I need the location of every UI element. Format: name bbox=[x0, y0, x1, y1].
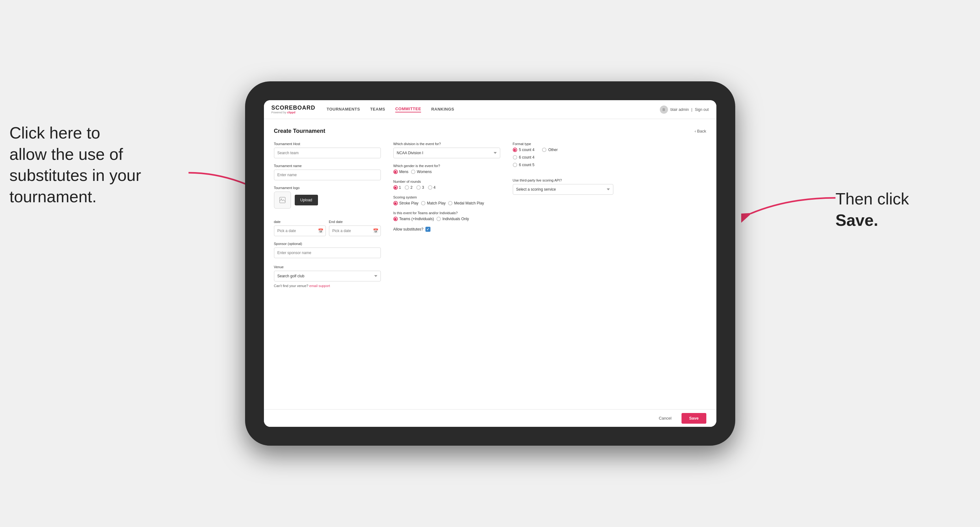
format-6count4-radio[interactable] bbox=[513, 155, 517, 160]
venue-select[interactable]: Search golf club bbox=[274, 271, 381, 281]
rounds-4-label: 4 bbox=[434, 185, 436, 190]
upload-button[interactable]: Upload bbox=[295, 195, 318, 205]
gender-womens-label: Womens bbox=[417, 170, 432, 174]
start-date-wrapper: 📅 bbox=[274, 225, 326, 236]
end-date-group: End date 📅 bbox=[329, 220, 381, 236]
format-other-radio[interactable] bbox=[542, 148, 546, 152]
sponsor-group: Sponsor (optional) bbox=[274, 242, 381, 258]
nav-committee[interactable]: COMMITTEE bbox=[395, 106, 422, 113]
nav-rankings[interactable]: RANKINGS bbox=[431, 107, 454, 112]
rounds-4-radio[interactable] bbox=[428, 185, 432, 190]
gender-womens-option[interactable]: Womens bbox=[411, 170, 432, 174]
tournament-host-input[interactable] bbox=[274, 148, 381, 158]
format-6count5-option[interactable]: 6 count 5 bbox=[513, 163, 535, 167]
tournament-logo-label: Tournament logo bbox=[274, 186, 381, 190]
annotation-left-line2: allow the use of bbox=[10, 145, 123, 163]
rounds-4-option[interactable]: 4 bbox=[428, 185, 436, 190]
scoreboard-text: SCOREBOARD bbox=[272, 105, 315, 111]
nav-teams[interactable]: TEAMS bbox=[370, 107, 385, 112]
nav-right: B blair admin | Sign out bbox=[660, 106, 709, 114]
event-type-group: Is this event for Teams and/or Individua… bbox=[393, 211, 500, 221]
save-button[interactable]: Save bbox=[681, 413, 706, 424]
tournament-name-input[interactable] bbox=[274, 170, 381, 180]
rounds-1-option[interactable]: 1 bbox=[393, 185, 401, 190]
substitutes-group: Allow substitutes? bbox=[393, 227, 500, 232]
form-right-column: Format type 5 count 4 6 count 4 bbox=[513, 142, 613, 293]
rounds-radio-group: 1 2 3 4 bbox=[393, 185, 500, 190]
gender-group: Which gender is the event for? Mens Wome… bbox=[393, 164, 500, 174]
nav-items: TOURNAMENTS TEAMS COMMITTEE RANKINGS bbox=[327, 106, 660, 113]
event-individuals-radio[interactable] bbox=[436, 217, 441, 221]
scoring-label: Scoring system bbox=[393, 195, 500, 199]
format-6count4-option[interactable]: 6 count 4 bbox=[513, 155, 535, 160]
gender-womens-radio[interactable] bbox=[411, 170, 415, 174]
rounds-2-radio[interactable] bbox=[405, 185, 409, 190]
scoring-stroke-option[interactable]: Stroke Play bbox=[393, 201, 418, 205]
gender-radio-group: Mens Womens bbox=[393, 170, 500, 174]
scoring-api-group: Use third-party live scoring API? Select… bbox=[513, 178, 613, 195]
format-other-option[interactable]: Other bbox=[542, 148, 558, 152]
scoring-medal-option[interactable]: Medal Match Play bbox=[448, 201, 484, 205]
back-link[interactable]: ‹ Back bbox=[695, 129, 706, 133]
annotation-left-line3: substitutes in your bbox=[10, 166, 141, 184]
gender-mens-radio[interactable] bbox=[393, 170, 398, 174]
email-support-link[interactable]: email support bbox=[309, 284, 330, 288]
page-header: Create Tournament ‹ Back bbox=[274, 128, 706, 135]
rounds-label: Number of rounds bbox=[393, 179, 500, 183]
cancel-button[interactable]: Cancel bbox=[652, 413, 678, 424]
scoring-match-radio[interactable] bbox=[421, 201, 425, 205]
substitutes-wrapper: Allow substitutes? bbox=[393, 227, 500, 232]
dates-group: date 📅 End date 📅 bbox=[274, 220, 381, 236]
form-footer: Cancel Save bbox=[264, 409, 716, 427]
gender-label: Which gender is the event for? bbox=[393, 164, 500, 168]
scoring-stroke-label: Stroke Play bbox=[399, 201, 418, 205]
logo-area: SCOREBOARD Powered by clippd bbox=[272, 105, 315, 114]
event-teams-radio[interactable] bbox=[393, 217, 398, 221]
image-icon bbox=[279, 196, 286, 204]
format-6count5-radio[interactable] bbox=[513, 163, 517, 167]
end-date-label: End date bbox=[329, 220, 381, 224]
form-left-column: Tournament Host Tournament name Tourname… bbox=[274, 142, 381, 293]
format-5count4-option[interactable]: 5 count 4 bbox=[513, 148, 535, 152]
format-5count4-radio[interactable] bbox=[513, 148, 517, 152]
scoring-medal-radio[interactable] bbox=[448, 201, 452, 205]
rounds-3-label: 3 bbox=[422, 185, 424, 190]
start-date-calendar-icon: 📅 bbox=[318, 228, 323, 233]
format-6count4-label: 6 count 4 bbox=[519, 155, 535, 160]
logo-scoreboard: SCOREBOARD bbox=[272, 105, 315, 111]
format-type-group: Format type 5 count 4 6 count 4 bbox=[513, 142, 613, 167]
main-content: Create Tournament ‹ Back Tournament Host… bbox=[264, 119, 716, 427]
substitutes-checkbox[interactable] bbox=[425, 227, 430, 232]
scoring-api-label: Use third-party live scoring API? bbox=[513, 178, 613, 182]
rounds-3-option[interactable]: 3 bbox=[416, 185, 424, 190]
annotation-left-line4: tournament. bbox=[10, 187, 97, 206]
division-select[interactable]: NCAA Division I bbox=[393, 148, 500, 158]
scoring-medal-label: Medal Match Play bbox=[454, 201, 484, 205]
annotation-right-line1: Then click bbox=[835, 190, 909, 208]
scoring-api-select[interactable]: Select a scoring service bbox=[513, 184, 613, 195]
annotation-left: Click here to allow the use of substitut… bbox=[10, 122, 192, 207]
annotation-right-bold: Save. bbox=[835, 211, 878, 229]
end-date-calendar-icon: 📅 bbox=[373, 228, 378, 233]
format-5count4-label: 5 count 4 bbox=[519, 148, 535, 152]
rounds-2-label: 2 bbox=[410, 185, 412, 190]
event-individuals-option[interactable]: Individuals Only bbox=[436, 217, 469, 221]
rounds-2-option[interactable]: 2 bbox=[405, 185, 412, 190]
cant-find-text: Can't find your venue? bbox=[274, 284, 309, 288]
sign-out-link[interactable]: Sign out bbox=[695, 107, 708, 112]
nav-tournaments[interactable]: TOURNAMENTS bbox=[327, 107, 360, 112]
event-teams-option[interactable]: Teams (+Individuals) bbox=[393, 217, 434, 221]
scoring-match-option[interactable]: Match Play bbox=[421, 201, 445, 205]
rounds-1-radio[interactable] bbox=[393, 185, 398, 190]
sponsor-input[interactable] bbox=[274, 248, 381, 258]
gender-mens-label: Mens bbox=[399, 170, 409, 174]
rounds-1-label: 1 bbox=[399, 185, 401, 190]
clippd-text: clippd bbox=[287, 111, 296, 114]
start-date-group: date 📅 bbox=[274, 220, 326, 236]
gender-mens-option[interactable]: Mens bbox=[393, 170, 409, 174]
rounds-3-radio[interactable] bbox=[416, 185, 421, 190]
scoring-stroke-radio[interactable] bbox=[393, 201, 398, 205]
form-grid: Tournament Host Tournament name Tourname… bbox=[274, 142, 706, 293]
venue-help-text: Can't find your venue? email support bbox=[274, 284, 381, 288]
end-date-wrapper: 📅 bbox=[329, 225, 381, 236]
